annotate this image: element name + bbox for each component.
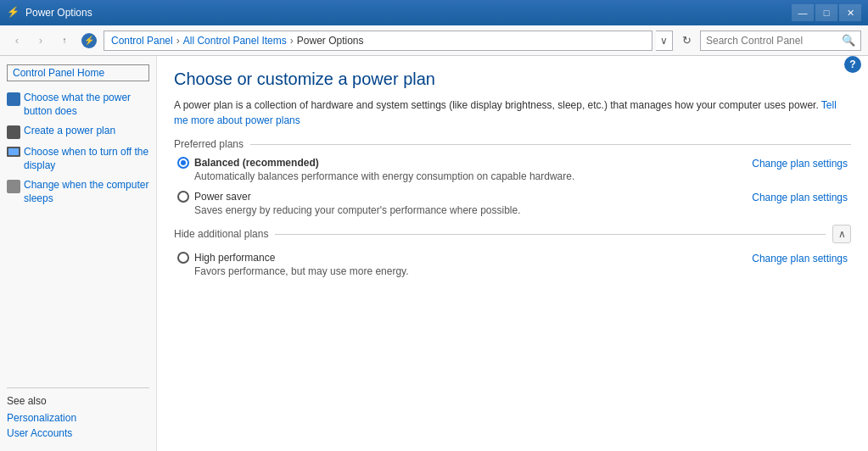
plan-highperf: High performance Favors performance, but… <box>174 252 851 277</box>
help-button[interactable]: ? <box>844 56 861 73</box>
preferred-plans-divider <box>250 144 851 145</box>
see-also-user-accounts[interactable]: User Accounts <box>7 427 149 439</box>
description-text: A power plan is a collection of hardware… <box>174 99 819 111</box>
plan-highperf-radio-row: High performance <box>177 252 409 264</box>
breadcrumb-all-items[interactable]: All Control Panel Items <box>183 35 287 47</box>
plan-powersaver-desc: Saves energy by reducing your computer's… <box>194 204 521 216</box>
preferred-plans-header: Preferred plans <box>174 138 851 150</box>
sidebar-item-create-plan[interactable]: Create a power plan <box>7 125 149 139</box>
preferred-plans-label: Preferred plans <box>174 138 244 150</box>
breadcrumb-current: Power Options <box>297 35 364 47</box>
title-bar: ⚡ Power Options — □ ✕ <box>0 0 868 25</box>
forward-button[interactable]: › <box>31 31 51 51</box>
see-also-section: See also Personalization User Accounts <box>7 387 149 443</box>
sidebar-item-display[interactable]: Choose when to turn off the display <box>7 146 149 172</box>
app-icon: ⚡ <box>7 6 20 19</box>
sidebar-nav-label-display: Choose when to turn off the display <box>24 146 149 172</box>
minimize-button[interactable]: — <box>792 4 814 21</box>
address-bar: ‹ › ↑ ⚡ Control Panel › All Control Pane… <box>0 25 868 56</box>
plan-powersaver-radio[interactable] <box>177 191 189 203</box>
plan-balanced-name: Balanced (recommended) <box>194 157 319 169</box>
search-input[interactable] <box>706 35 842 47</box>
sleep-icon <box>7 180 20 193</box>
search-icon[interactable]: 🔍 <box>842 34 855 47</box>
plan-highperf-left: High performance Favors performance, but… <box>177 252 409 277</box>
additional-plans-section: Hide additional plans ∧ High performance… <box>174 225 851 277</box>
sidebar-item-power-button[interactable]: Choose what the power button does <box>7 92 149 118</box>
plan-highperf-radio[interactable] <box>177 252 189 264</box>
breadcrumb-sep-1: › <box>176 35 180 47</box>
plan-balanced-change-link[interactable]: Change plan settings <box>752 158 848 170</box>
plan-highperf-name: High performance <box>194 252 275 264</box>
window-title: Power Options <box>25 7 792 19</box>
page-title: Choose or customize a power plan <box>174 70 851 89</box>
plan-powersaver-radio-row: Power saver <box>177 191 521 203</box>
sidebar-nav-label-power: Choose what the power button does <box>24 92 149 118</box>
back-button[interactable]: ‹ <box>7 31 27 51</box>
plan-balanced: Balanced (recommended) Automatically bal… <box>174 157 851 182</box>
additional-plans-header: Hide additional plans ∧ <box>174 225 851 243</box>
search-box: 🔍 <box>700 31 861 51</box>
plan-powersaver-change-link[interactable]: Change plan settings <box>752 192 848 203</box>
create-icon <box>7 125 20 139</box>
plan-highperf-desc: Favors performance, but may use more ene… <box>194 265 409 277</box>
collapse-chevron-icon[interactable]: ∧ <box>832 225 851 243</box>
see-also-personalization[interactable]: Personalization <box>7 412 149 424</box>
plan-highperf-change-link[interactable]: Change plan settings <box>752 253 848 264</box>
content-description: A power plan is a collection of hardware… <box>174 97 851 128</box>
plan-balanced-radio-row: Balanced (recommended) <box>177 157 574 169</box>
main-layout: Control Panel Home Choose what the power… <box>0 56 868 451</box>
content-area: Choose or customize a power plan A power… <box>157 56 868 451</box>
refresh-button[interactable]: ↻ <box>676 31 697 51</box>
plan-balanced-radio[interactable] <box>177 157 189 169</box>
up-button[interactable]: ↑ <box>54 31 75 51</box>
plan-powersaver: Power saver Saves energy by reducing you… <box>174 191 851 216</box>
breadcrumb-dropdown[interactable]: ∨ <box>656 31 673 51</box>
additional-plans-label: Hide additional plans <box>174 228 268 240</box>
monitor-icon <box>7 147 20 157</box>
breadcrumb-control-panel[interactable]: Control Panel <box>111 35 173 47</box>
close-button[interactable]: ✕ <box>839 4 861 21</box>
sidebar: Control Panel Home Choose what the power… <box>0 56 157 451</box>
sidebar-nav-label-sleep: Change when the computer sleeps <box>24 179 149 205</box>
preferred-plans-section: Preferred plans Balanced (recommended) A… <box>174 138 851 216</box>
sidebar-nav-label-create: Create a power plan <box>24 125 115 138</box>
plan-powersaver-name: Power saver <box>194 191 251 203</box>
see-also-title: See also <box>7 395 149 407</box>
breadcrumb: Control Panel › All Control Panel Items … <box>104 31 652 51</box>
window-controls: — □ ✕ <box>792 4 861 21</box>
plan-powersaver-left: Power saver Saves energy by reducing you… <box>177 191 521 216</box>
additional-plans-divider <box>275 234 826 235</box>
sidebar-item-sleep[interactable]: Change when the computer sleeps <box>7 179 149 205</box>
maximize-button[interactable]: □ <box>815 4 837 21</box>
plan-balanced-left: Balanced (recommended) Automatically bal… <box>177 157 574 182</box>
breadcrumb-sep-2: › <box>290 35 294 47</box>
plan-balanced-desc: Automatically balances performance with … <box>194 170 574 182</box>
control-panel-home-link[interactable]: Control Panel Home <box>7 64 149 81</box>
power-icon <box>7 92 20 106</box>
